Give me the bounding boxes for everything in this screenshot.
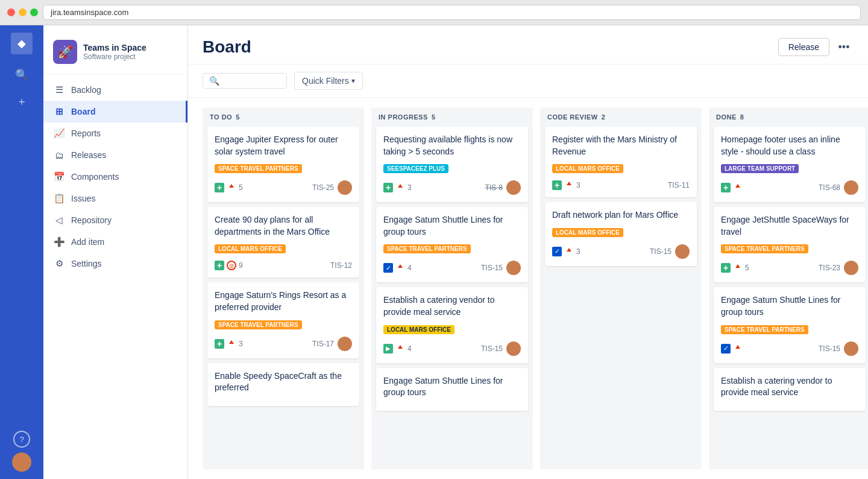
card-icons: ✓ <box>721 344 743 354</box>
priority-high-icon <box>733 183 743 192</box>
sidebar-item-issues[interactable]: 📋 Issues <box>43 188 187 209</box>
priority-up-icon <box>733 344 743 354</box>
card-title: Register with the Mars Ministry of Reven… <box>552 134 690 157</box>
card-meta: TIS-8 <box>485 180 521 195</box>
card-inprogress-2[interactable]: Engage Saturn Shuttle Lines for group to… <box>376 207 528 282</box>
column-count-inprogress: 5 <box>432 113 435 121</box>
card-title: Establish a catering vendor to provide m… <box>383 294 521 318</box>
card-icons: + 5 <box>215 183 243 192</box>
card-footer: ✓ TIS-15 <box>721 341 858 356</box>
add-icon: + <box>721 263 731 273</box>
card-done-1[interactable]: Homepage footer uses an inline style - s… <box>714 127 866 202</box>
card-count: 4 <box>407 264 412 272</box>
card-codereview-2[interactable]: Draft network plan for Mars Office LOCAL… <box>545 202 697 266</box>
card-todo-3[interactable]: Engage Saturn's Rings Resort as a prefer… <box>207 282 359 358</box>
priority-high-icon <box>227 339 236 349</box>
card-icons: ✓ 4 <box>383 263 412 273</box>
card-avatar <box>506 341 521 356</box>
column-cards-inprogress: Requesting available flights is now taki… <box>371 127 533 469</box>
release-button[interactable]: Release <box>778 38 829 56</box>
card-done-2[interactable]: Engage JetShuttle SpaceWays for travel S… <box>714 207 866 282</box>
sidebar-item-settings[interactable]: ⚙ Settings <box>43 253 187 274</box>
priority-high-icon <box>564 180 574 190</box>
column-done: DONE 8 Homepage footer uses an inline st… <box>709 107 868 469</box>
search-icon: 🔍 <box>209 76 219 86</box>
project-header: 🚀 Teams in Space Software project <box>43 35 187 74</box>
priority-high-icon <box>395 263 405 273</box>
card-avatar <box>844 180 858 195</box>
block-icon: ⊘ <box>227 261 236 270</box>
card-ticket-id: TIS-11 <box>668 181 690 189</box>
card-ticket-id: TIS-15 <box>481 264 503 272</box>
card-inprogress-1[interactable]: Requesting available flights is now taki… <box>376 127 528 202</box>
card-icons: + ⊘ 9 <box>215 261 243 270</box>
card-done-4[interactable]: Establish a catering vendor to provide m… <box>714 368 866 411</box>
sidebar-item-repository[interactable]: ◁ Repository <box>43 209 187 231</box>
card-title: Engage Saturn Shuttle Lines for group to… <box>721 294 858 318</box>
settings-label: Settings <box>71 259 102 268</box>
sidebar-item-releases[interactable]: 🗂 Releases <box>43 144 187 166</box>
card-tag: SPACE TRAVEL PARTNERS <box>721 244 808 253</box>
sidebar-item-add-item[interactable]: ➕ Add item <box>43 231 187 253</box>
card-count: 3 <box>576 181 580 189</box>
card-done-3[interactable]: Engage Saturn Shuttle Lines for group to… <box>714 287 866 363</box>
card-inprogress-3[interactable]: Establish a catering vendor to provide m… <box>376 287 528 363</box>
quick-filters-dropdown[interactable]: Quick Filters ▾ <box>294 72 363 90</box>
column-todo: TO DO 5 Engage Jupiter Express for outer… <box>203 107 364 469</box>
column-cards-codereview: Register with the Mars Ministry of Reven… <box>540 127 702 469</box>
filter-bar: 🔍 Quick Filters ▾ <box>188 65 868 98</box>
search-icon[interactable]: 🔍 <box>11 64 33 86</box>
card-tag: LOCAL MARS OFFICE <box>552 228 623 237</box>
column-title-todo: TO DO <box>210 113 232 121</box>
url-bar[interactable]: jira.teamsinspace.com <box>43 5 861 20</box>
column-title-codereview: CODE REVIEW <box>547 113 598 121</box>
page-title: Board <box>203 37 251 57</box>
card-meta: TIS-25 <box>312 180 352 195</box>
card-ticket-id: TIS-15 <box>819 344 840 353</box>
column-codereview: CODE REVIEW 2 Register with the Mars Min… <box>540 107 702 469</box>
releases-label: Releases <box>71 150 106 160</box>
card-ticket-id: TIS-15 <box>481 344 503 353</box>
add-icon[interactable]: ＋ <box>11 90 33 112</box>
card-icons: + 3 <box>215 339 243 349</box>
dot-green <box>30 8 38 16</box>
card-codereview-1[interactable]: Register with the Mars Ministry of Reven… <box>545 127 697 197</box>
card-tag: LOCAL MARS OFFICE <box>552 164 623 173</box>
more-options-button[interactable]: ••• <box>834 37 854 57</box>
add-icon: + <box>383 183 393 192</box>
card-count: 9 <box>239 261 243 270</box>
settings-icon: ⚙ <box>53 258 65 270</box>
card-todo-2[interactable]: Create 90 day plans for all departments … <box>207 207 359 278</box>
card-title: Establish a catering vendor to provide m… <box>721 375 858 399</box>
repository-icon: ◁ <box>53 214 65 226</box>
card-title: Enable Speedy SpaceCraft as the preferre… <box>215 370 352 394</box>
user-avatar[interactable] <box>12 452 31 472</box>
card-icons: ✓ 3 <box>552 247 580 256</box>
column-title-inprogress: IN PROGRESS <box>379 113 428 121</box>
card-todo-1[interactable]: Engage Jupiter Express for outer solar s… <box>207 127 359 202</box>
card-inprogress-4[interactable]: Engage Saturn Shuttle Lines for group to… <box>376 368 528 411</box>
card-meta: TIS-11 <box>668 181 690 189</box>
card-ticket-id: TIS-68 <box>819 183 840 192</box>
card-count: 4 <box>407 344 412 353</box>
sidebar-item-reports[interactable]: 📈 Reports <box>43 122 187 144</box>
card-meta: TIS-68 <box>819 180 858 195</box>
check-icon: ✓ <box>552 247 562 256</box>
page-header: Board Release ••• <box>188 25 868 65</box>
backlog-icon: ☰ <box>53 84 65 96</box>
card-todo-4[interactable]: Enable Speedy SpaceCraft as the preferre… <box>207 363 359 406</box>
sidebar-item-components[interactable]: 📅 Components <box>43 166 187 188</box>
story-icon: ▶ <box>383 344 393 354</box>
help-icon[interactable]: ? <box>13 431 30 448</box>
card-footer: ✓ 4 TIS-15 <box>383 261 521 275</box>
card-footer: + TIS-68 <box>721 180 858 195</box>
jira-logo[interactable]: ◆ <box>11 33 33 54</box>
card-tag: SPACE TRAVEL PARTNERS <box>215 320 302 329</box>
sidebar-item-backlog[interactable]: ☰ Backlog <box>43 79 187 101</box>
card-avatar <box>844 261 858 275</box>
add-icon: + <box>215 261 224 270</box>
priority-high-icon <box>395 183 405 192</box>
column-cards-todo: Engage Jupiter Express for outer solar s… <box>203 127 364 469</box>
search-box[interactable]: 🔍 <box>203 73 287 89</box>
sidebar-item-board[interactable]: ⊞ Board <box>43 101 187 122</box>
